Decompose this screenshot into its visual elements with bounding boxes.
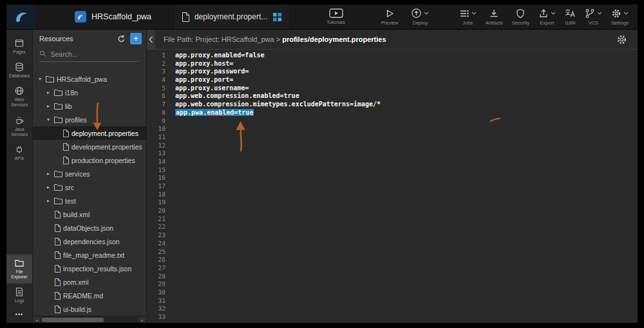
chevron-down-icon[interactable]: [424, 12, 429, 15]
horizontal-scrollbar[interactable]: ◂ ▸: [33, 316, 146, 323]
dashboard-grid-icon[interactable]: [272, 12, 282, 22]
project-switcher[interactable]: HRScaffold_pwa: [75, 11, 151, 23]
wavemaker-logo[interactable]: [6, 5, 36, 29]
code-line[interactable]: 33: [147, 313, 638, 322]
scrollbar-thumb[interactable]: [42, 318, 104, 322]
sidebar-item-web-services[interactable]: Web Services: [6, 82, 32, 111]
code-line[interactable]: 8app.pwa.enabled=true: [147, 109, 638, 117]
breadcrumb-project[interactable]: Project: HRScaffold_pwa >: [196, 35, 281, 43]
code-line[interactable]: 25: [147, 248, 638, 256]
chevron-right-icon[interactable]: ▸: [45, 171, 52, 177]
sidebar-item-file-explorer[interactable]: File Explorer: [6, 255, 32, 284]
chevron-down-icon[interactable]: ▾: [45, 117, 52, 122]
settings-button[interactable]: Settings: [611, 8, 629, 26]
code-line[interactable]: 2app.proxy.host=: [147, 60, 638, 68]
tree-item-HRScaffold_pwa[interactable]: ▾HRScaffold_pwa: [33, 72, 146, 86]
code-lines[interactable]: 1app.proxy.enabled=false2app.proxy.host=…: [147, 50, 638, 323]
code-line[interactable]: 29: [147, 280, 638, 289]
tutorials-button[interactable]: Tutorials: [327, 8, 345, 25]
sidebar-item-databases[interactable]: Databases: [6, 59, 32, 82]
tree-item-production.properties[interactable]: production.properties: [33, 153, 146, 167]
code-line[interactable]: 3app.proxy.password=: [147, 68, 638, 76]
sidebar-item-pages[interactable]: Pages: [6, 35, 32, 59]
code-line[interactable]: 21: [147, 215, 638, 224]
tree-item-development.properties[interactable]: development.properties: [33, 140, 146, 153]
tree-item-ui-build.js[interactable]: ui-build.js: [33, 302, 146, 316]
code-line[interactable]: 26: [147, 256, 638, 264]
chevron-down-icon[interactable]: [597, 12, 602, 15]
tree-item-services[interactable]: ▸services: [33, 167, 146, 180]
tree-item-lib[interactable]: ▸lib: [33, 99, 146, 113]
code-line[interactable]: 28: [147, 273, 638, 281]
tree-item-deployment.properties[interactable]: deployment.properties: [33, 126, 146, 140]
tree-item-test[interactable]: ▸test: [33, 194, 146, 207]
code-line[interactable]: 13: [147, 150, 638, 158]
i18n-button[interactable]: I18N: [565, 8, 576, 26]
sidebar-item-logs[interactable]: Logs: [6, 284, 32, 307]
code-line[interactable]: 14: [147, 158, 638, 166]
add-resource-button[interactable]: +: [130, 33, 142, 44]
code-line[interactable]: 22: [147, 223, 638, 231]
chevron-down-icon[interactable]: ▾: [37, 76, 43, 82]
preview-button[interactable]: Preview: [381, 8, 399, 26]
artifacts-button[interactable]: Artifacts: [486, 8, 503, 26]
security-label: Security: [512, 20, 529, 26]
code-line[interactable]: 17: [147, 182, 638, 191]
code-line[interactable]: 20: [147, 207, 638, 215]
tree-item-build.xml[interactable]: build.xml: [33, 207, 146, 221]
search-input[interactable]: [51, 50, 140, 58]
line-number: 14: [147, 158, 175, 166]
deploy-button[interactable]: Deploy: [411, 8, 429, 26]
tree-item-src[interactable]: ▸src: [33, 180, 146, 194]
scroll-right-arrow[interactable]: ▸: [138, 316, 146, 323]
chevron-down-icon[interactable]: [551, 12, 556, 15]
resource-search[interactable]: [39, 50, 140, 62]
code-line[interactable]: 1app.proxy.enabled=false: [147, 52, 638, 60]
code-line[interactable]: 4app.proxy.port=: [147, 76, 638, 84]
code-line[interactable]: 16: [147, 174, 638, 182]
code-line[interactable]: 6app.web.compression.enabled=true: [147, 92, 638, 101]
code-line[interactable]: 18: [147, 191, 638, 199]
sidebar-item-apis[interactable]: APIs: [6, 141, 32, 165]
code-line[interactable]: 5app.proxy.username=: [147, 84, 638, 93]
chevron-right-icon[interactable]: ▸: [45, 90, 52, 95]
code-line[interactable]: 19: [147, 198, 638, 207]
code-line[interactable]: 32: [147, 305, 638, 313]
code-line[interactable]: 15: [147, 166, 638, 175]
export-button[interactable]: Export: [538, 8, 556, 26]
tree-item-dataObjects.json[interactable]: dataObjects.json: [33, 221, 146, 235]
chevron-right-icon[interactable]: ▸: [45, 198, 52, 204]
line-number: 32: [147, 305, 175, 313]
code-line[interactable]: 12: [147, 142, 638, 150]
code-line[interactable]: 23: [147, 231, 638, 240]
tree-item-i18n[interactable]: ▸i18n: [33, 86, 146, 99]
chevron-down-icon[interactable]: [623, 12, 629, 15]
jobs-button[interactable]: Jobs: [459, 8, 477, 26]
tree-item-README.md[interactable]: README.md: [33, 289, 146, 302]
tree-item-pom.xml[interactable]: pom.xml: [33, 275, 146, 289]
tree-item-file_map_readme.txt[interactable]: file_map_readme.txt: [33, 248, 146, 262]
code-line[interactable]: 30: [147, 289, 638, 297]
chevron-down-icon[interactable]: [471, 12, 477, 15]
tree-item-inspection_results.json[interactable]: inspection_results.json: [33, 262, 146, 275]
security-button[interactable]: Security: [512, 8, 529, 26]
code-line[interactable]: 10: [147, 125, 638, 133]
chevron-right-icon[interactable]: ▸: [45, 184, 52, 190]
refresh-button[interactable]: [117, 34, 126, 43]
scroll-left-arrow[interactable]: ◂: [33, 316, 41, 323]
code-line[interactable]: 11: [147, 133, 638, 142]
code-line[interactable]: 27: [147, 264, 638, 273]
tree-item-profiles[interactable]: ▾profiles: [33, 113, 146, 126]
code-line[interactable]: 7app.web.compression.mimetypes.excludePa…: [147, 101, 638, 109]
sidebar-item-more[interactable]: •••: [6, 307, 32, 323]
code-line[interactable]: 31: [147, 297, 638, 305]
editor-settings-button[interactable]: [616, 34, 627, 45]
code-line[interactable]: 9: [147, 117, 638, 126]
vcs-button[interactable]: VCS: [585, 8, 602, 26]
open-file-tab[interactable]: deployment.propert...: [173, 5, 290, 29]
tree-item-dependencies.json[interactable]: dependencies.json: [33, 235, 146, 248]
sidebar-item-java-services[interactable]: Java Services: [6, 112, 32, 141]
chevron-right-icon[interactable]: ▸: [45, 103, 52, 109]
collapse-panel-button[interactable]: [147, 30, 155, 49]
code-line[interactable]: 24: [147, 240, 638, 248]
